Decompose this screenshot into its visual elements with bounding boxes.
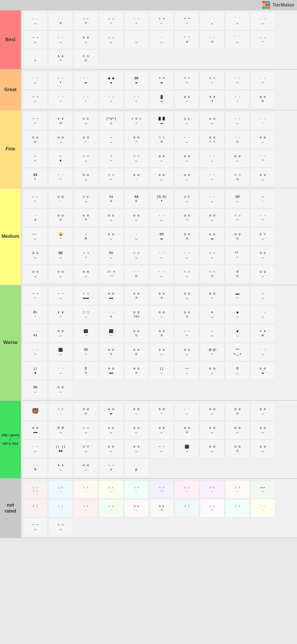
face-cell[interactable]: ∩▲ bbox=[48, 149, 73, 168]
face-cell[interactable]: × ×∪ bbox=[73, 49, 98, 68]
face-cell[interactable]: o o◡ bbox=[175, 287, 199, 305]
face-cell[interactable]: · ·— bbox=[48, 168, 73, 186]
face-cell[interactable]: —◡ bbox=[99, 131, 123, 149]
face-cell[interactable]: o o· bbox=[124, 168, 149, 186]
face-cell[interactable]: o o◡ bbox=[73, 458, 98, 477]
face-cell[interactable]: —0 bbox=[73, 227, 98, 246]
face-cell[interactable]: ∧ ∧◡ bbox=[124, 499, 149, 517]
face-cell[interactable]: · ·⌣ bbox=[250, 71, 275, 90]
face-cell[interactable]: o o∩ bbox=[175, 209, 199, 227]
face-cell[interactable]: ∩ ∩⌣ bbox=[99, 168, 123, 186]
face-cell[interactable]: o o∪ bbox=[99, 343, 123, 361]
face-cell[interactable]: —· bbox=[250, 190, 275, 208]
face-cell[interactable]: OO◡ bbox=[225, 190, 250, 208]
face-cell[interactable]: o o— bbox=[200, 287, 225, 305]
face-cell[interactable]: o o◡ bbox=[23, 246, 48, 264]
face-cell[interactable]: ∩ ∩∪ bbox=[149, 131, 174, 149]
face-cell[interactable]: ∩ ∩∩ bbox=[225, 209, 250, 227]
face-cell[interactable]: ∪ ∪· bbox=[48, 190, 73, 208]
face-cell[interactable]: ∩ ∩◡ bbox=[73, 149, 98, 168]
face-cell[interactable]: o o◡ bbox=[149, 421, 174, 439]
face-cell[interactable]: ~ ~◡ bbox=[23, 518, 48, 536]
face-cell[interactable]: - -⌣ bbox=[124, 12, 149, 30]
face-cell[interactable]: ∨ ∨— bbox=[48, 305, 73, 324]
face-cell[interactable]: · ·◡ bbox=[225, 112, 250, 130]
face-cell[interactable]: - -⌣ bbox=[73, 90, 98, 108]
face-cell[interactable]: ~ ~◡ bbox=[48, 287, 73, 305]
face-cell[interactable]: ∨ ∨◡ bbox=[73, 31, 98, 49]
face-cell[interactable]: — —— bbox=[99, 12, 123, 30]
face-cell[interactable]: ▓∪ bbox=[149, 90, 174, 108]
face-cell[interactable]: o o∪ bbox=[175, 305, 199, 324]
face-cell[interactable]: · ·◡ bbox=[250, 343, 275, 361]
face-cell[interactable]: o o◡ bbox=[175, 343, 199, 361]
face-cell[interactable]: · ·◡ bbox=[23, 71, 48, 90]
face-cell[interactable]: D=— bbox=[23, 305, 48, 324]
face-cell[interactable]: ∧ ∧◡ bbox=[48, 499, 73, 517]
face-cell[interactable]: · ·∪ bbox=[124, 265, 149, 283]
face-cell[interactable]: o o◡ bbox=[99, 209, 123, 227]
face-cell[interactable]: o o∪ bbox=[175, 421, 199, 439]
face-cell[interactable]: · ·0 bbox=[23, 458, 48, 477]
face-cell[interactable]: ∩ ∩◡ bbox=[124, 246, 149, 264]
face-cell[interactable]: ||◡ bbox=[149, 362, 174, 380]
face-cell[interactable]: ~ ~∪ bbox=[99, 458, 123, 477]
face-cell[interactable]: ↄ c◡ bbox=[73, 112, 98, 130]
face-cell[interactable]: o o◡ bbox=[250, 131, 275, 149]
face-cell[interactable]: —— bbox=[23, 149, 48, 168]
face-cell[interactable]: · ·▬ bbox=[73, 71, 98, 90]
face-cell[interactable]: - -~ bbox=[250, 31, 275, 49]
face-cell[interactable]: o o◡ bbox=[250, 402, 275, 420]
face-cell[interactable]: ∩⌣ bbox=[99, 149, 123, 168]
face-cell[interactable]: · ·◡ bbox=[175, 246, 199, 264]
face-cell[interactable]: · ·x bbox=[99, 305, 123, 324]
face-cell[interactable]: o o◡ bbox=[48, 324, 73, 342]
face-cell[interactable]: o o∪ bbox=[250, 90, 275, 108]
face-cell[interactable]: □ □◡ bbox=[73, 305, 98, 324]
face-cell[interactable]: 0∪ bbox=[225, 265, 250, 283]
face-cell[interactable]: ⊙◡ bbox=[200, 305, 225, 324]
face-cell[interactable]: o o> < bbox=[200, 131, 225, 149]
face-cell[interactable]: (^o^)△ bbox=[99, 112, 123, 130]
face-cell[interactable]: ∧ ∧∪ bbox=[149, 480, 174, 499]
face-cell[interactable]: o o◡ bbox=[200, 209, 225, 227]
face-cell[interactable]: ∨ ∨∪ bbox=[48, 112, 73, 130]
face-cell[interactable]: OO▬ bbox=[149, 227, 174, 246]
face-cell[interactable]: XD— bbox=[73, 343, 98, 361]
face-cell[interactable]: o o◡ bbox=[124, 209, 149, 227]
face-cell[interactable]: D∪ bbox=[73, 362, 98, 380]
face-cell[interactable]: ∧ ∧◡ bbox=[48, 458, 73, 477]
face-cell[interactable]: · ·⌣ bbox=[124, 90, 149, 108]
face-cell[interactable]: · ·p bbox=[124, 458, 149, 477]
face-cell[interactable]: ≈ ≈⌣ bbox=[149, 12, 174, 30]
face-cell[interactable]: —◡ bbox=[250, 287, 275, 305]
face-cell[interactable]: o o◡ bbox=[23, 265, 48, 283]
face-cell[interactable]: o o∪ bbox=[124, 362, 149, 380]
face-cell[interactable]: o o◡ bbox=[175, 480, 199, 499]
face-cell[interactable]: × ∨ω bbox=[250, 324, 275, 342]
face-cell[interactable]: o o∪ bbox=[149, 287, 174, 305]
face-cell[interactable]: o o∪ bbox=[225, 440, 250, 458]
face-cell[interactable]: o o◡ bbox=[250, 421, 275, 439]
face-cell[interactable]: ¬ ¬◡ bbox=[23, 31, 48, 49]
face-cell[interactable]: ▓▓◡ bbox=[175, 440, 199, 458]
face-cell[interactable]: ↄ c◡ bbox=[73, 190, 98, 208]
face-cell[interactable]: ∩ ∩◡ bbox=[175, 265, 199, 283]
face-cell[interactable]: ∧ ∧∪ ∪ bbox=[23, 480, 48, 499]
face-cell[interactable]: ° °∪ bbox=[175, 31, 199, 49]
face-cell[interactable]: o o◡ bbox=[48, 265, 73, 283]
face-cell[interactable]: o o⌣ bbox=[73, 131, 98, 149]
face-cell[interactable]: o o◡ bbox=[200, 480, 225, 499]
face-cell[interactable]: ∧ ∧▾ bbox=[200, 90, 225, 108]
face-cell[interactable]: ~ ~◡ bbox=[149, 440, 174, 458]
face-cell[interactable]: ||▲ bbox=[23, 362, 48, 380]
face-cell[interactable]: · ·◡ bbox=[23, 440, 48, 458]
face-cell[interactable]: o o◡ bbox=[149, 305, 174, 324]
face-cell[interactable]: ∩ ∩◡ bbox=[124, 149, 149, 168]
face-cell[interactable]: o o◡ bbox=[250, 168, 275, 186]
face-cell[interactable]: x x◡ bbox=[99, 421, 123, 439]
face-cell[interactable]: O O∪ bbox=[149, 499, 174, 517]
face-cell[interactable]: ∩ ∩▬▬▬ bbox=[73, 287, 98, 305]
face-cell[interactable]: · ·◡ bbox=[175, 402, 199, 420]
face-cell[interactable]: o o▬▬ bbox=[23, 421, 48, 439]
